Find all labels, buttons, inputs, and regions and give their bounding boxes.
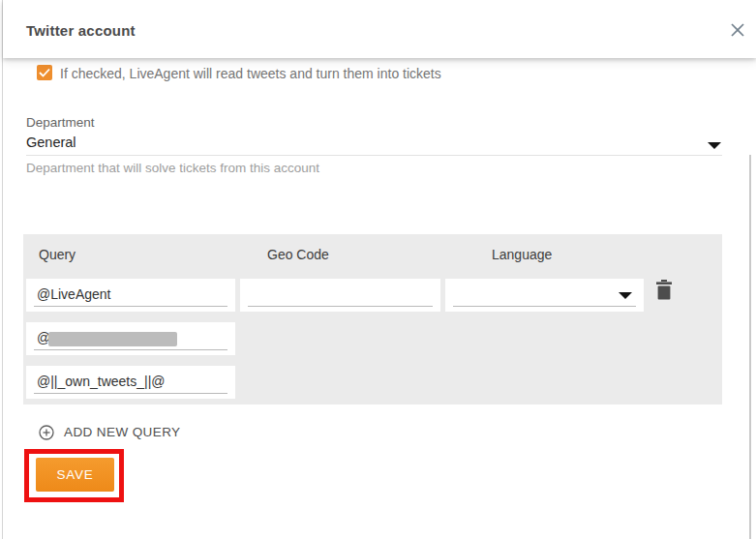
circle-plus-icon: [39, 425, 54, 440]
dialog-header: Twitter account: [3, 0, 756, 58]
department-label: Department: [26, 115, 95, 130]
column-header-language: Language: [492, 247, 552, 262]
query-input-wrapper: [26, 366, 235, 399]
input-underline: [34, 393, 227, 394]
redacted-text-blur: [48, 332, 177, 346]
chevron-down-icon[interactable]: [708, 142, 721, 149]
delete-row-button[interactable]: [655, 280, 673, 300]
save-button[interactable]: SAVE: [36, 458, 114, 492]
column-header-query: Query: [39, 247, 76, 262]
geo-code-input-wrapper: [240, 279, 440, 312]
trash-icon: [655, 280, 673, 300]
column-header-geo-code: Geo Code: [267, 247, 329, 262]
scrollbar[interactable]: [749, 155, 751, 539]
input-underline: [34, 306, 227, 307]
add-new-query-label: ADD NEW QUERY: [64, 425, 180, 439]
close-button[interactable]: [729, 21, 746, 39]
chevron-down-icon[interactable]: [619, 292, 632, 299]
query-input-wrapper: [26, 322, 235, 355]
dialog-border: [2, 0, 3, 539]
query-table-panel: Query Geo Code Language: [23, 234, 722, 404]
language-select-wrapper: [445, 279, 644, 312]
close-icon: [729, 21, 746, 39]
dialog-title: Twitter account: [26, 22, 136, 39]
read-tweets-checkbox[interactable]: [37, 65, 52, 80]
department-underline: [26, 155, 722, 156]
department-select[interactable]: General: [26, 135, 76, 150]
input-underline: [453, 306, 636, 307]
input-underline: [34, 349, 227, 350]
annotation-red-box: SAVE: [24, 449, 124, 502]
query-input-wrapper: [26, 279, 235, 312]
department-helper-text: Department that will solve tickets from …: [26, 161, 319, 175]
checkmark-icon: [39, 68, 50, 77]
read-tweets-checkbox-label: If checked, LiveAgent will read tweets a…: [60, 66, 441, 81]
input-underline: [248, 306, 433, 307]
